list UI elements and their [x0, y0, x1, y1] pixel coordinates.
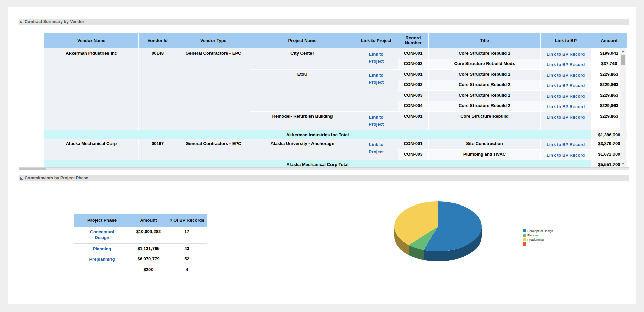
table-vertical-scrollbar[interactable]: ▲ ▼ [620, 48, 626, 167]
project-name-cell: EtoU [250, 70, 355, 112]
legend-label: Preplanning [527, 238, 544, 241]
link-to-bp-record[interactable]: Link to BP Record [547, 52, 585, 57]
link-to-project[interactable]: Link to Project [367, 141, 386, 155]
title-cell: Core Structure Rebuild 1 [429, 70, 541, 80]
column-header: Link to BP [541, 33, 591, 48]
link-to-project-cell: Link to Project [355, 48, 398, 70]
phase-amount-cell: $6,970,779 [130, 254, 167, 265]
section-header-commitments[interactable]: Commitments by Project Phase [19, 175, 629, 181]
link-to-bp-cell: Link to BP Record [541, 59, 591, 70]
link-to-bp-record[interactable]: Link to BP Record [547, 73, 585, 78]
phase-table: Project Phase Amount # Of BP Records Con… [74, 214, 207, 275]
vendor-name-cell: Alaska Mechanical Corp [44, 139, 139, 160]
column-header: Project Name [250, 33, 355, 48]
title-cell: Core Structure Rebuild Mods [429, 59, 541, 70]
title-cell: Core Structure Rebuild 1 [429, 48, 541, 59]
link-to-project[interactable]: Link to Project [367, 72, 386, 86]
link-to-bp-cell: Link to BP Record [541, 139, 591, 150]
legend-item: Planning [523, 233, 553, 237]
phase-cell: Conceptual Design [74, 227, 130, 244]
link-to-project-cell: Link to Project [355, 112, 398, 130]
link-to-bp-record[interactable]: Link to BP Record [547, 153, 585, 158]
contract-table-body: Akkerman Industries Inc00148General Cont… [44, 48, 627, 169]
vendor-id-cell: 00167 [139, 139, 177, 160]
phase-amount-cell: $1,131,765 [130, 244, 167, 254]
phase-row: Preplanning $6,970,779 52 [74, 254, 207, 265]
project-name-cell: Alaska University - Anchorage [250, 139, 355, 160]
project-name-cell: City Center [250, 48, 355, 70]
column-header: Amount [591, 33, 627, 48]
vendor-type-cell: General Contractors - EPC [177, 139, 250, 160]
phase-link[interactable]: Preplanning [87, 256, 117, 262]
record-number-cell: CON-004 [398, 101, 429, 112]
contract-table-head: Vendor NameVendor IdVendor TypeProject N… [44, 33, 627, 48]
phase-row: $200 4 [74, 265, 207, 275]
title-cell: Core Structure Rebuild [429, 112, 541, 130]
scroll-down-icon[interactable]: ▼ [620, 162, 626, 167]
record-number-cell: CON-002 [398, 80, 429, 91]
column-header: Vendor Type [177, 33, 250, 48]
contract-table-header-row: Vendor NameVendor IdVendor TypeProject N… [44, 33, 627, 48]
link-to-bp-record[interactable]: Link to BP Record [547, 115, 585, 120]
column-header: Record Number [398, 33, 429, 48]
legend-color-chip [523, 238, 526, 241]
column-header: # Of BP Records [167, 214, 207, 227]
phase-cell: Planning [74, 244, 130, 254]
record-number-cell: CON-001 [398, 112, 429, 130]
title-cell: Plumbing and HVAC [429, 150, 541, 160]
contract-table-container: Vendor NameVendor IdVendor TypeProject N… [44, 32, 627, 169]
collapse-icon [20, 20, 23, 23]
phase-records-cell: 4 [167, 265, 207, 275]
contract-row: Alaska Mechanical Corp00167General Contr… [44, 139, 627, 150]
legend-item: Preplanning [523, 237, 553, 242]
link-to-project[interactable]: Link to Project [367, 114, 386, 128]
table-horizontal-scrollbar[interactable] [19, 167, 629, 170]
link-to-bp-cell: Link to BP Record [541, 112, 591, 130]
scroll-up-icon[interactable]: ▲ [620, 48, 626, 53]
vendor-total-row: Akkerman Industries Inc Total$1,386,096 [44, 130, 627, 139]
legend-label: Planning [527, 234, 539, 237]
phase-link[interactable]: Conceptual Design [87, 229, 117, 240]
column-header: Project Phase [74, 214, 130, 227]
link-to-bp-record[interactable]: Link to BP Record [547, 142, 585, 147]
phase-records-cell: 17 [167, 227, 207, 244]
record-number-cell: CON-003 [398, 91, 429, 101]
phase-row: Conceptual Design $10,009,282 17 [74, 227, 207, 244]
link-to-bp-record[interactable]: Link to BP Record [547, 62, 585, 67]
link-to-bp-record[interactable]: Link to BP Record [547, 83, 585, 88]
vendor-id-cell: 00148 [139, 48, 177, 130]
link-to-bp-cell: Link to BP Record [541, 150, 591, 160]
phase-link[interactable]: Planning [87, 246, 117, 252]
column-header: Link to Project [355, 33, 398, 48]
collapse-icon [20, 177, 23, 180]
phase-records-cell: 52 [167, 254, 207, 265]
link-to-bp-record[interactable]: Link to BP Record [547, 94, 585, 99]
vendor-type-cell: General Contractors - EPC [177, 48, 250, 130]
link-to-project[interactable]: Link to Project [367, 51, 386, 65]
vendor-total-label: Akkerman Industries Inc Total [44, 130, 591, 139]
link-to-project-cell: Link to Project [355, 70, 398, 112]
horizontal-scroll-thumb[interactable] [19, 168, 46, 170]
legend-label: Conceptual Design [527, 229, 553, 233]
link-to-project-cell: Link to Project [355, 139, 398, 160]
phase-table-container: Project Phase Amount # Of BP Records Con… [74, 214, 207, 275]
section-header-contract-summary[interactable]: Contract Summary by Vendor [19, 19, 629, 25]
phase-cell: Preplanning [74, 254, 130, 265]
title-cell: Core Structure Rebuild 2 [429, 101, 541, 112]
legend-item: Conceptual Design [523, 229, 553, 233]
legend-color-chip [523, 234, 526, 237]
vendor-name-cell: Akkerman Industries Inc [44, 48, 139, 130]
vertical-scroll-thumb[interactable] [621, 55, 625, 65]
link-to-bp-record[interactable]: Link to BP Record [547, 104, 585, 109]
record-number-cell: CON-002 [398, 59, 429, 70]
title-cell: Core Structure Rebuild 1 [429, 91, 541, 101]
title-cell: Site Construction [429, 139, 541, 150]
contract-row: Akkerman Industries Inc00148General Cont… [44, 48, 627, 59]
link-to-bp-cell: Link to BP Record [541, 80, 591, 91]
phase-amount-cell: $10,009,282 [130, 227, 167, 244]
legend-color-chip [523, 242, 526, 246]
link-to-bp-cell: Link to BP Record [541, 91, 591, 101]
contract-table: Vendor NameVendor IdVendor TypeProject N… [44, 32, 627, 169]
title-cell: Core Structure Rebuild 2 [429, 80, 541, 91]
column-header: Vendor Id [139, 33, 177, 48]
